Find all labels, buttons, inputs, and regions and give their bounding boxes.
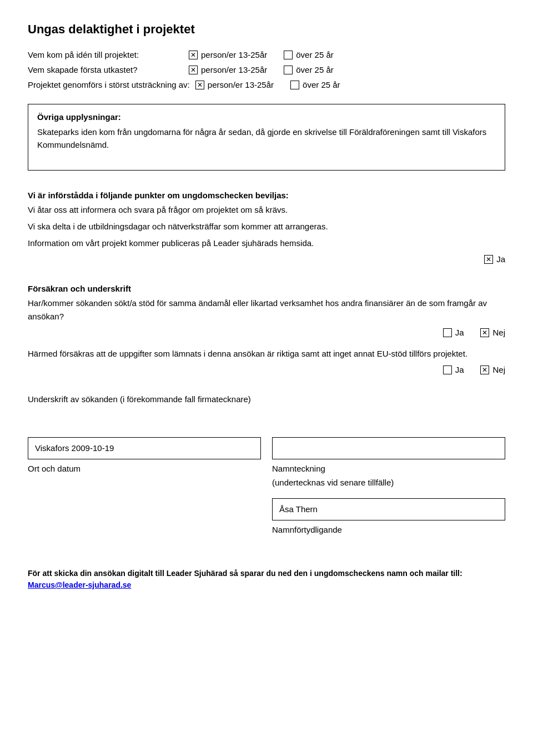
ort-label: Ort och datum xyxy=(28,464,261,473)
info-ja-label: Ja xyxy=(496,254,505,264)
forsäkran-ja2-item: Ja xyxy=(443,365,464,374)
forsäkran-nej1-item: Nej xyxy=(480,328,505,337)
info-line-1: Vi åtar oss att informera och svara på f… xyxy=(28,203,505,217)
forsäkran-nej1-label: Nej xyxy=(492,328,505,337)
extent-young-checkbox[interactable] xyxy=(195,81,204,89)
idea-option-old: över 25 år xyxy=(284,50,334,59)
namnförtydligande-box[interactable]: Åsa Thern xyxy=(272,498,505,520)
forsäkran-ja2-label: Ja xyxy=(455,365,464,374)
info-title: Vi är införstådda i följande punkter om … xyxy=(28,191,505,200)
forsäkran-nej2-label: Nej xyxy=(492,365,505,374)
forsäkran-nej2-checkbox[interactable] xyxy=(480,366,489,374)
ovriga-title: Övriga upplysningar: xyxy=(37,112,496,122)
row-idea: Vem kom på idén till projektet: person/e… xyxy=(28,50,505,59)
forsäkran-text1: Har/kommer sökanden sökt/a stöd för samm… xyxy=(28,297,505,323)
namnteckning-label: Namnteckning xyxy=(272,464,505,473)
namnförtydligande-empty xyxy=(28,498,261,534)
sig-ort-col: Viskafors 2009-10-19 Ort och datum xyxy=(28,437,261,487)
namnteckning-box[interactable] xyxy=(272,437,505,459)
row-creator-label: Vem skapade första utkastet? xyxy=(28,65,183,74)
footer-email-link[interactable]: Marcus@leader-sjuharad.se xyxy=(28,580,131,589)
extent-old-label: över 25 år xyxy=(303,80,340,89)
forsäkran-ja-nej-row2: Ja Nej xyxy=(28,365,505,374)
creator-option-old: över 25 år xyxy=(284,65,334,74)
extent-option-old: över 25 år xyxy=(290,80,340,89)
forsäkran-text2: Härmed försäkras att de uppgifter som lä… xyxy=(28,347,505,361)
row-extent-options: person/er 13-25år över 25 år xyxy=(195,80,340,89)
creator-option-young: person/er 13-25år xyxy=(189,65,267,74)
info-section: Vi är införstådda i följande punkter om … xyxy=(28,191,505,264)
namnförtydligande-label: Namnförtydligande xyxy=(272,525,505,534)
namnförtydligande-section: Åsa Thern Namnförtydligande xyxy=(28,498,505,534)
forsäkran-ja-nej-row1: Ja Nej xyxy=(28,328,505,337)
underskrift-text: Underskrift av sökanden (i förekommande … xyxy=(28,394,505,404)
row-extent-label: Projektet genomförs i störst utsträcknin… xyxy=(28,80,190,89)
forsäkran-nej2-item: Nej xyxy=(480,365,505,374)
ovriga-text: Skateparks iden kom från ungdomarna för … xyxy=(37,126,496,151)
idea-option-young: person/er 13-25år xyxy=(189,50,267,59)
creator-old-label: över 25 år xyxy=(296,65,334,74)
info-line-3: Information om vårt projekt kommer publi… xyxy=(28,237,505,250)
idea-young-label: person/er 13-25år xyxy=(201,50,267,59)
info-ja-row: Ja xyxy=(28,254,505,264)
ort-box[interactable]: Viskafors 2009-10-19 xyxy=(28,437,261,459)
extent-option-young: person/er 13-25år xyxy=(195,80,274,89)
forsäkran-ja1-item: Ja xyxy=(443,328,464,337)
row-idea-label: Vem kom på idén till projektet: xyxy=(28,50,183,59)
info-ja-checkbox[interactable] xyxy=(484,255,493,264)
page-title: Ungas delaktighet i projektet xyxy=(28,22,505,37)
idea-old-checkbox[interactable] xyxy=(284,51,293,59)
forsäkran-ja1-label: Ja xyxy=(455,328,464,337)
row-creator-options: person/er 13-25år över 25 år xyxy=(189,65,334,74)
signature-grid: Viskafors 2009-10-19 Ort och datum Namnt… xyxy=(28,437,505,487)
idea-young-checkbox[interactable] xyxy=(189,51,198,59)
namnförtydligande-col: Åsa Thern Namnförtydligande xyxy=(272,498,505,534)
ovriga-box: Övriga upplysningar: Skateparks iden kom… xyxy=(28,104,505,171)
forsäkran-ja2-checkbox[interactable] xyxy=(443,366,452,374)
row-extent: Projektet genomförs i störst utsträcknin… xyxy=(28,80,505,89)
creator-young-label: person/er 13-25år xyxy=(201,65,267,74)
extent-young-label: person/er 13-25år xyxy=(208,80,274,89)
extent-old-checkbox[interactable] xyxy=(290,81,299,89)
forsäkran-section: Försäkran och underskrift Har/kommer sök… xyxy=(28,284,505,374)
footer-main-text: För att skicka din ansökan digitalt till… xyxy=(28,569,462,578)
sig-namnteckning-col: Namnteckning (undertecknas vid senare ti… xyxy=(272,437,505,487)
forsäkran-nej1-checkbox[interactable] xyxy=(480,328,489,337)
namnteckning-sub: (undertecknas vid senare tillfälle) xyxy=(272,478,505,487)
forsäkran-ja1-checkbox[interactable] xyxy=(443,328,452,337)
info-line-2: Vi ska delta i de utbildningsdagar och n… xyxy=(28,220,505,233)
idea-old-label: över 25 år xyxy=(296,50,334,59)
row-creator: Vem skapade första utkastet? person/er 1… xyxy=(28,65,505,74)
footer-text: För att skicka din ansökan digitalt till… xyxy=(28,568,505,591)
row-idea-options: person/er 13-25år över 25 år xyxy=(189,50,334,59)
creator-old-checkbox[interactable] xyxy=(284,66,293,74)
creator-young-checkbox[interactable] xyxy=(189,66,198,74)
forsäkran-title: Försäkran och underskrift xyxy=(28,284,505,293)
